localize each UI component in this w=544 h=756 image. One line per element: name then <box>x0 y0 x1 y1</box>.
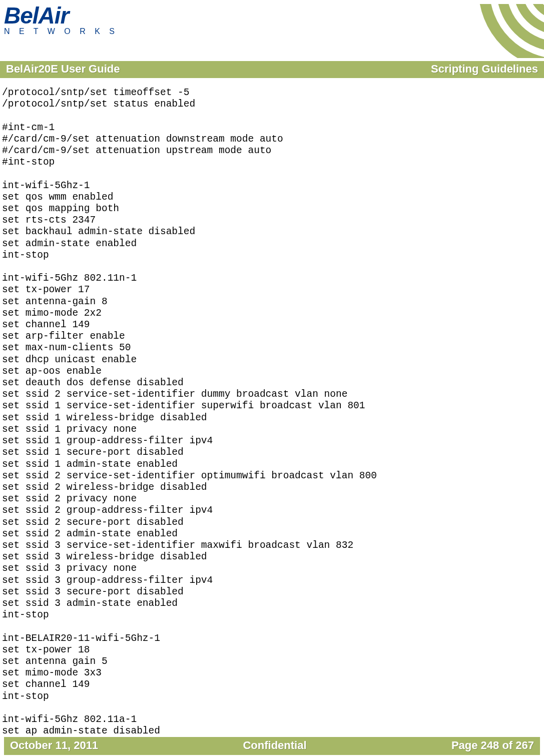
logo-subtext: N E T W O R K S <box>4 27 118 36</box>
svg-point-4 <box>533 4 544 15</box>
script-code: /protocol/sntp/set timeoffset -5 /protoc… <box>2 87 540 737</box>
content-area: /protocol/sntp/set timeoffset -5 /protoc… <box>0 78 544 737</box>
footer-confidential: Confidential <box>243 739 306 752</box>
section-title: Scripting Guidelines <box>431 63 538 76</box>
guide-title: BelAir20E User Guide <box>6 63 120 76</box>
logo: BelAir N E T W O R K S <box>4 4 118 36</box>
wave-icon <box>476 4 544 58</box>
logo-brand: BelAir <box>4 5 118 27</box>
footer-bar: October 11, 2011 Confidential Page 248 o… <box>4 737 540 755</box>
title-bar: BelAir20E User Guide Scripting Guideline… <box>0 61 544 78</box>
header: BelAir N E T W O R K S <box>0 0 544 58</box>
footer-date: October 11, 2011 <box>10 739 98 752</box>
footer-page: Page 248 of 267 <box>451 739 534 752</box>
